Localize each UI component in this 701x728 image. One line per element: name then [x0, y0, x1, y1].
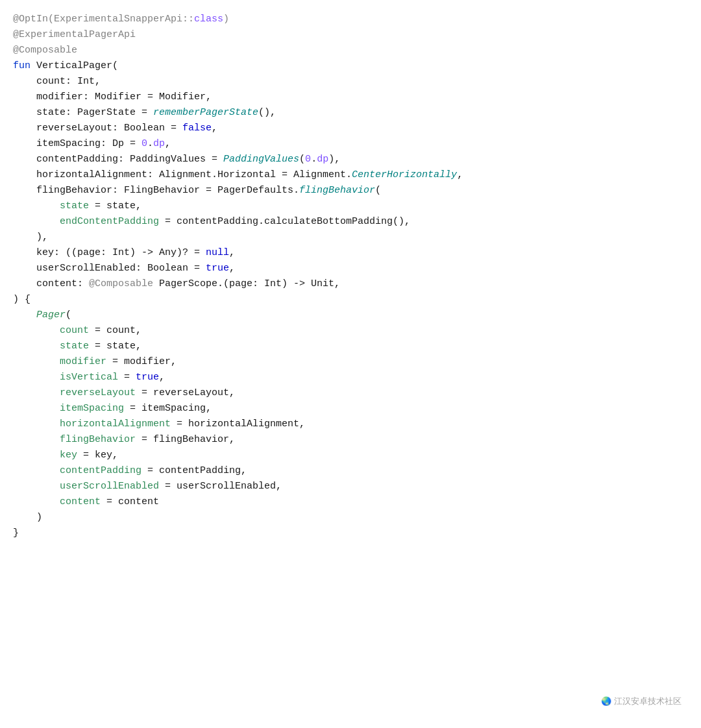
code-token	[13, 481, 60, 492]
code-token	[13, 200, 60, 212]
code-token: ,	[229, 263, 235, 274]
code-token: class	[194, 14, 223, 25]
code-token: ),	[13, 232, 48, 243]
code-token: dp	[317, 154, 328, 165]
code-token: dp	[153, 138, 165, 149]
code-line: @OptIn(ExperimentalSnapperApi::class)	[13, 12, 688, 27]
watermark: 🌏 江汉安卓技术社区	[601, 695, 682, 709]
code-token: ,	[212, 123, 217, 134]
code-line: userScrollEnabled = userScrollEnabled,	[13, 479, 688, 494]
code-line: flingBehavior: FlingBehavior = PagerDefa…	[13, 183, 688, 199]
code-line: state = state,	[13, 199, 688, 214]
code-token: .	[147, 138, 153, 149]
code-line: horizontalAlignment: Alignment.Horizonta…	[13, 167, 688, 183]
code-line: key = key,	[13, 448, 688, 463]
watermark-text: 江汉安卓技术社区	[614, 696, 682, 706]
code-line: userScrollEnabled: Boolean = true,	[13, 261, 688, 276]
code-token: = state,	[89, 200, 141, 212]
code-token: ) {	[13, 294, 31, 305]
code-line: reverseLayout: Boolean = false,	[13, 121, 688, 136]
code-token: content	[60, 496, 101, 507]
code-token: ,	[457, 169, 463, 180]
code-line: content: @Composable PagerScope.(page: I…	[13, 276, 688, 292]
code-token: horizontalAlignment	[60, 419, 171, 430]
code-token: modifier	[60, 356, 106, 367]
code-line: contentPadding = contentPadding,	[13, 463, 688, 479]
code-token: ),	[328, 154, 340, 165]
code-token: PaddingValues	[223, 154, 299, 165]
code-token: PagerScope.(page: Int) -> Unit,	[153, 278, 340, 289]
code-token: = userScrollEnabled,	[159, 481, 282, 492]
code-token: }	[13, 528, 19, 539]
code-token: = key,	[77, 450, 118, 461]
code-token: VerticalPager(	[36, 60, 118, 71]
code-line: ) {	[13, 292, 688, 308]
code-content: @OptIn(ExperimentalSnapperApi::class)@Ex…	[13, 12, 688, 541]
code-token: CenterHorizontally	[352, 169, 457, 180]
code-line: key: ((page: Int) -> Any)? = null,	[13, 245, 688, 261]
code-line: endContentPadding = contentPadding.calcu…	[13, 214, 688, 230]
code-token: itemSpacing	[60, 403, 124, 414]
code-token: 0	[305, 154, 311, 165]
code-token: reverseLayout: Boolean =	[13, 123, 182, 134]
code-block: @OptIn(ExperimentalSnapperApi::class)@Ex…	[0, 0, 701, 728]
code-token: modifier: Modifier = Modifier,	[13, 91, 212, 103]
code-line: horizontalAlignment = horizontalAlignmen…	[13, 417, 688, 432]
code-token: (	[299, 154, 305, 165]
code-line: contentPadding: PaddingValues = PaddingV…	[13, 152, 688, 167]
code-token: state	[60, 341, 89, 352]
code-token	[13, 341, 60, 352]
code-token: fun	[13, 60, 36, 71]
code-token: = horizontalAlignment,	[171, 419, 305, 430]
code-token: flingBehavior	[60, 434, 136, 445]
code-token: = contentPadding,	[141, 465, 247, 476]
watermark-icon: 🌏	[601, 696, 614, 706]
code-token: = count,	[89, 325, 141, 336]
code-token: @Composable	[13, 45, 77, 56]
code-token: (),	[258, 107, 276, 118]
code-token	[13, 356, 60, 367]
code-line: ),	[13, 230, 688, 245]
code-token: Pager	[36, 309, 66, 321]
code-token: horizontalAlignment: Alignment.Horizonta…	[13, 169, 352, 180]
code-line: state = state,	[13, 339, 688, 354]
code-token: = itemSpacing,	[124, 403, 212, 414]
code-token: ,	[229, 247, 235, 258]
code-token: true	[136, 372, 159, 383]
code-line: state: PagerState = rememberPagerState()…	[13, 105, 688, 121]
code-token: .	[311, 154, 317, 165]
code-token	[13, 372, 60, 383]
code-token: endContentPadding	[60, 216, 159, 227]
code-token: )	[13, 512, 42, 523]
code-line: isVertical = true,	[13, 370, 688, 385]
code-token: isVertical	[60, 372, 118, 383]
code-token: false	[182, 123, 212, 134]
code-line: content = content	[13, 494, 688, 510]
code-line: reverseLayout = reverseLayout,	[13, 385, 688, 401]
code-token: 0	[141, 138, 147, 149]
code-token: key: ((page: Int) -> Any)? =	[13, 247, 206, 258]
code-token	[13, 434, 60, 445]
code-token: flingBehavior: FlingBehavior = PagerDefa…	[13, 185, 299, 196]
code-token: count	[60, 325, 89, 336]
code-line: fun VerticalPager(	[13, 58, 688, 74]
code-token: = content	[101, 496, 159, 507]
code-token: rememberPagerState	[153, 107, 258, 118]
code-token: true	[206, 263, 229, 274]
code-token: )	[223, 14, 229, 25]
code-token: userScrollEnabled	[60, 481, 159, 492]
code-line: modifier: Modifier = Modifier,	[13, 90, 688, 105]
code-line: itemSpacing: Dp = 0.dp,	[13, 136, 688, 152]
code-token: = state,	[89, 341, 141, 352]
code-token: = reverseLayout,	[136, 387, 235, 398]
code-token: state	[60, 200, 89, 212]
code-token: flingBehavior	[299, 185, 375, 196]
code-line: itemSpacing = itemSpacing,	[13, 401, 688, 417]
code-line: @ExperimentalPagerApi	[13, 27, 688, 43]
code-line: )	[13, 510, 688, 526]
code-line: modifier = modifier,	[13, 354, 688, 370]
code-token: key	[60, 450, 77, 461]
code-token: (	[66, 309, 71, 321]
code-token: @ExperimentalPagerApi	[13, 29, 136, 40]
code-token	[13, 325, 60, 336]
